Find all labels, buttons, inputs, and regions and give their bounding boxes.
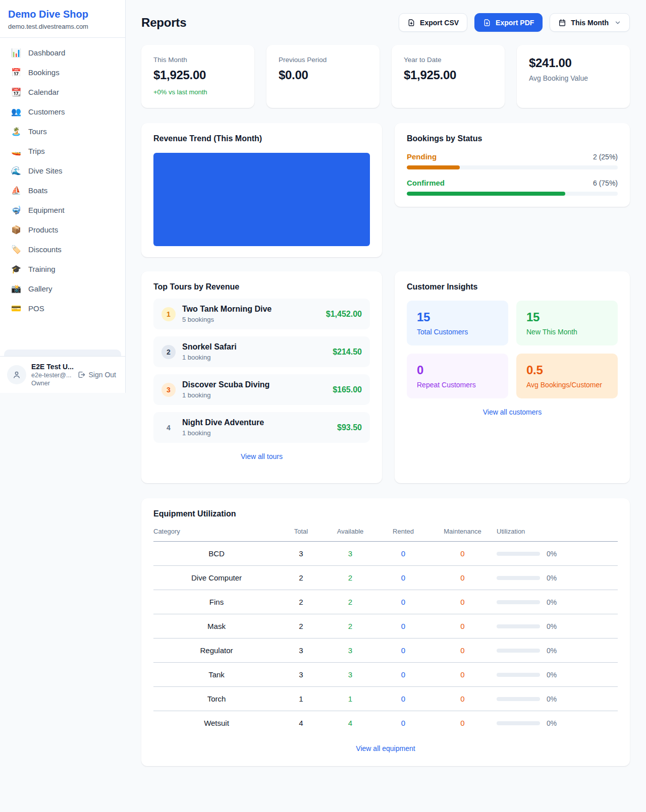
tour-bookings: 5 bookings — [182, 316, 272, 323]
cell-maintenance: 0 — [428, 542, 497, 566]
stat-card-year-to-date: Year to Date $1,925.00 — [392, 45, 505, 108]
cell-utilization: 0% — [547, 695, 557, 703]
sidebar-item-boats[interactable]: ⛵ Boats — [4, 181, 121, 200]
insight-tile-repeat-customers: 0 Repeat Customers — [407, 354, 508, 398]
sidebar-user-section: E2E Test U... e2e-tester@... Owner Sign … — [0, 356, 125, 393]
wave-icon: 🌊 — [11, 166, 21, 176]
logout-icon — [77, 371, 85, 379]
user-name: E2E Test U... — [31, 363, 70, 371]
sidebar-item-trips[interactable]: 🚤 Trips — [4, 141, 121, 161]
insight-label: Total Customers — [417, 328, 498, 336]
status-row-pending: Pending 2 (25%) — [407, 152, 618, 169]
status-value: 2 (25%) — [593, 153, 618, 161]
cell-category: BCD — [153, 542, 280, 566]
tour-amount: $165.00 — [333, 385, 362, 394]
export-pdf-button[interactable]: Export PDF — [474, 13, 543, 32]
export-csv-button[interactable]: Export CSV — [399, 13, 467, 32]
cell-category: Tank — [153, 663, 280, 687]
sidebar-item-gallery[interactable]: 📸 Gallery — [4, 279, 121, 299]
rank-badge: 1 — [162, 307, 176, 321]
tour-name: Snorkel Safari — [182, 342, 237, 352]
graduation-cap-icon: 🎓 — [11, 264, 21, 274]
sidebar-item-label: Bookings — [28, 68, 60, 77]
sidebar-item-training[interactable]: 🎓 Training — [4, 259, 121, 279]
tour-name: Discover Scuba Diving — [182, 380, 270, 389]
sidebar-item-pos[interactable]: 💳 POS — [4, 299, 121, 318]
stat-label: Previous Period — [279, 56, 367, 64]
cell-utilization: 0% — [547, 574, 557, 582]
dashboard-icon: 📊 — [11, 48, 21, 57]
insight-value: 0.5 — [526, 363, 608, 377]
view-all-customers-link[interactable]: View all customers — [480, 408, 545, 417]
stats-row: This Month $1,925.00 +0% vs last month P… — [141, 45, 630, 108]
cell-rented: 0 — [378, 566, 428, 590]
cell-utilization: 0% — [547, 550, 557, 558]
status-bar-fill — [407, 192, 565, 196]
sidebar-item-customers[interactable]: 👥 Customers — [4, 102, 121, 122]
cell-utilization: 0% — [547, 719, 557, 727]
sidebar-item-dashboard[interactable]: 📊 Dashboard — [4, 43, 121, 63]
bookings-by-status-card: Bookings by Status Pending 2 (25%) Confi… — [395, 123, 630, 207]
sidebar-item-bookings[interactable]: 📅 Bookings — [4, 63, 121, 82]
equipment-utilization-card: Equipment Utilization Category Total Ava… — [141, 498, 630, 766]
cell-available: 2 — [322, 590, 378, 614]
revenue-trend-chart — [153, 153, 370, 246]
cell-rented: 0 — [378, 590, 428, 614]
cell-available: 3 — [322, 663, 378, 687]
column-header: Maintenance — [428, 528, 497, 542]
shop-name: Demo Dive Shop — [8, 8, 117, 20]
tour-row: 2 Snorkel Safari 1 booking $214.50 — [153, 336, 370, 367]
avatar — [7, 365, 26, 384]
sidebar-item-label: Dashboard — [28, 48, 65, 57]
file-download-icon — [483, 19, 491, 27]
sidebar-item-discounts[interactable]: 🏷️ Discounts — [4, 240, 121, 259]
sidebar-item-equipment[interactable]: 🤿 Equipment — [4, 200, 121, 220]
export-pdf-label: Export PDF — [496, 19, 534, 27]
column-header: Available — [322, 528, 378, 542]
stat-value: $1,925.00 — [153, 68, 242, 82]
stat-value: $1,925.00 — [404, 68, 493, 82]
stat-value: $0.00 — [279, 68, 367, 82]
cell-category: Regulator — [153, 639, 280, 663]
cell-category: Torch — [153, 687, 280, 711]
view-all-tours-link[interactable]: View all tours — [238, 452, 286, 461]
cell-maintenance: 0 — [428, 687, 497, 711]
sidebar-item-label: Customers — [28, 107, 65, 116]
insight-value: 15 — [526, 310, 608, 324]
view-all-equipment-link[interactable]: View all equipment — [353, 744, 418, 753]
tour-amount: $214.50 — [333, 347, 362, 357]
status-bar-track — [407, 165, 618, 169]
sidebar-item-partially-scrolled[interactable] — [4, 350, 121, 356]
tour-row: 4 Night Dive Adventure 1 booking $93.50 — [153, 412, 370, 443]
cell-rented: 0 — [378, 711, 428, 735]
period-select[interactable]: This Month — [550, 13, 630, 32]
sidebar-item-products[interactable]: 📦 Products — [4, 220, 121, 240]
tour-bookings: 1 booking — [182, 429, 264, 437]
user-email: e2e-tester@... — [31, 372, 70, 379]
sidebar: Demo Dive Shop demo.test.divestreams.com… — [0, 0, 126, 393]
person-icon — [12, 370, 21, 379]
table-row: Tank 3 3 0 0 0% — [153, 663, 618, 687]
calendar-icon — [558, 19, 566, 27]
status-bar-track — [407, 192, 618, 196]
revenue-trend-title: Revenue Trend (This Month) — [153, 134, 370, 143]
bookings-by-status-title: Bookings by Status — [407, 134, 618, 143]
sidebar-item-tours[interactable]: 🏝️ Tours — [4, 122, 121, 141]
customers-icon: 👥 — [11, 107, 21, 117]
utilization-bar — [497, 624, 540, 628]
cell-maintenance: 0 — [428, 590, 497, 614]
cell-maintenance: 0 — [428, 566, 497, 590]
cell-available: 1 — [322, 687, 378, 711]
cell-total: 1 — [280, 687, 322, 711]
equipment-table-header: Category Total Available Rented Maintena… — [153, 528, 618, 542]
tour-amount: $93.50 — [337, 423, 362, 432]
sidebar-item-label: Calendar — [28, 88, 59, 96]
tour-name: Two Tank Morning Dive — [182, 305, 272, 314]
sidebar-item-calendar[interactable]: 📆 Calendar — [4, 82, 121, 102]
cell-maintenance: 0 — [428, 711, 497, 735]
utilization-bar — [497, 600, 540, 604]
sidebar-item-dive-sites[interactable]: 🌊 Dive Sites — [4, 161, 121, 181]
sign-out-button[interactable]: Sign Out — [75, 369, 118, 381]
insight-label: New This Month — [526, 328, 608, 336]
utilization-bar — [497, 673, 540, 677]
